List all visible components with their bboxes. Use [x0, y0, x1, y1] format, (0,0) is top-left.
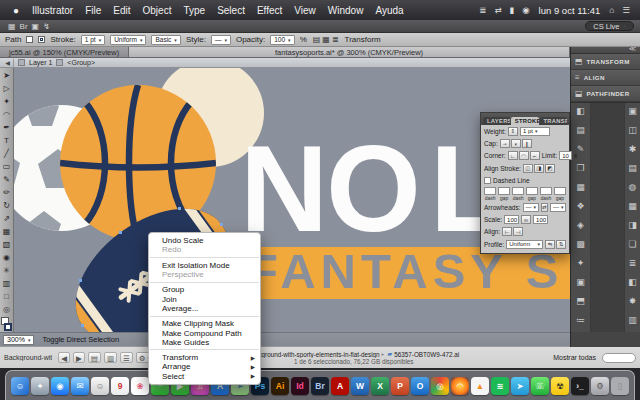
dock-item[interactable]: ✦ [31, 377, 49, 395]
dock-item[interactable]: O [411, 377, 429, 395]
context-menu-item[interactable]: Make Compound Path [149, 328, 260, 337]
appbar-icon[interactable]: ↯ [41, 22, 52, 31]
panel-dock-icon[interactable]: ⬒ [576, 295, 585, 308]
dock-item[interactable]: A [331, 377, 349, 395]
dash-field[interactable] [540, 187, 552, 195]
context-menu-item[interactable]: Make Clipping Mask [149, 319, 260, 328]
tool-button[interactable]: ▥ [0, 277, 13, 290]
menu-item[interactable]: Select [211, 5, 251, 16]
tool-button[interactable]: ◎ [0, 303, 13, 316]
panel-icon-row[interactable]: ⬒ TRANSFORM [571, 54, 640, 70]
flip-profile-button[interactable]: ⇅ [556, 240, 566, 249]
tool-button[interactable]: ╱ [0, 147, 13, 160]
panel-dock-icon[interactable]: ❏ [628, 238, 636, 251]
status-icon[interactable]: ◉ [518, 5, 533, 15]
panel-icon-row[interactable]: ≡ ALIGN [571, 70, 640, 86]
appbar-icon[interactable]: ▦ [6, 22, 18, 31]
menu-item[interactable]: Illustrator [26, 5, 79, 16]
miter-limit-field[interactable]: 10 [559, 151, 572, 160]
menubar-clock[interactable]: lun 9 oct 11:41 [534, 5, 606, 16]
align-stroke-button[interactable]: ◩ [545, 164, 555, 173]
panel-dock-icon[interactable]: ▤ [576, 124, 585, 137]
document-tab-active[interactable]: fantasysoports.ai* @ 300% (CMYK/Preview) [129, 47, 570, 57]
cap-button[interactable]: ❙ [522, 139, 532, 148]
context-menu-item[interactable]: Select ▶ [149, 372, 260, 381]
tool-button[interactable]: ▧ [0, 238, 13, 251]
panel-dock-icon[interactable]: ❖ [576, 200, 584, 213]
context-menu-item[interactable]: Undo Scale [149, 236, 260, 245]
zoom-level-dropdown[interactable]: 300% ▾ [3, 335, 34, 345]
breadcrumb-item[interactable]: ▰ 56357-OBT0W9-472.ai [387, 350, 461, 358]
isolation-layer-label[interactable]: Layer 1 [29, 59, 52, 66]
menubar-extra-icon[interactable]: ☰ [618, 5, 634, 15]
context-menu-item[interactable]: Perspective [149, 270, 260, 279]
show-all-button[interactable]: Mostrar todas [553, 354, 596, 361]
dash-field[interactable] [484, 187, 496, 195]
menu-item[interactable]: Edit [107, 5, 136, 16]
panel-dock-icon[interactable]: ✸ [629, 295, 637, 308]
apple-menu-icon[interactable]: ● [6, 5, 26, 16]
dock-item[interactable]: W [351, 377, 369, 395]
panel-dock-icon[interactable]: ▣ [628, 105, 637, 118]
context-menu-item[interactable] [150, 349, 259, 350]
dock-item[interactable]: Br [311, 377, 329, 395]
arrow-align-button[interactable]: ⊢ [502, 227, 512, 236]
dock-item[interactable]: ☏ [531, 377, 549, 395]
controlbar-icon-button[interactable]: ▤ [312, 35, 322, 44]
dock-item[interactable]: Ai [271, 377, 289, 395]
opacity-field[interactable]: 100 ▾ [270, 35, 294, 45]
panel-dock-icon[interactable]: ✎ [577, 143, 585, 156]
swap-arrowheads-button[interactable]: ⇄ [541, 203, 549, 212]
panel-tab[interactable]: LAYERS [483, 117, 510, 125]
arrowhead-end-dropdown[interactable]: —▾ [550, 203, 566, 212]
appbar-icon[interactable]: Br [18, 22, 30, 31]
finder-search-field[interactable] [602, 353, 636, 363]
controlbar-icon-button[interactable]: ≣ [331, 35, 340, 44]
menu-item[interactable]: Ayuda [369, 5, 409, 16]
cap-button[interactable]: ◖ [511, 139, 521, 148]
align-stroke-button[interactable]: ◨ [534, 164, 544, 173]
menu-item[interactable]: File [79, 5, 107, 16]
width-profile-dropdown[interactable]: Uniform ▾ [110, 35, 146, 45]
cap-button[interactable]: ╼ [500, 139, 510, 148]
panel-tab[interactable]: TRANSP [540, 117, 567, 125]
breadcrumb-item[interactable]: ▰ Background-with-sporty-elements-in-fla… [241, 350, 385, 358]
gap-field[interactable] [498, 187, 510, 195]
appbar-icon[interactable]: ▣ [30, 22, 42, 31]
panel-dock-icon[interactable]: ◫ [628, 124, 637, 137]
menu-item[interactable]: View [288, 5, 322, 16]
link-scales-button[interactable]: ∞ [521, 215, 531, 224]
weight-field[interactable]: 1 pt ▾ [520, 127, 550, 136]
dashed-line-checkbox[interactable] [484, 177, 491, 184]
tool-button[interactable]: T [0, 134, 13, 147]
arrowhead-start-dropdown[interactable]: —▾ [523, 203, 539, 212]
tool-button[interactable]: ◉ [0, 251, 13, 264]
status-icon[interactable]: ⇄ [490, 5, 505, 15]
panel-tab[interactable]: STROKE [511, 117, 539, 125]
panel-dock-icon[interactable]: ▦ [628, 200, 637, 213]
finder-toolbar-button[interactable]: ◀ [58, 352, 70, 363]
panel-dock-icon[interactable]: ❐ [576, 162, 584, 175]
align-stroke-button[interactable]: ◫ [523, 164, 533, 173]
dock-item[interactable]: ✉ [71, 377, 89, 395]
status-icon[interactable]: ≣ [475, 5, 490, 15]
dock-item[interactable]: ◉ [51, 377, 69, 395]
context-menu-item[interactable]: Join [149, 294, 260, 303]
context-menu-item[interactable]: Redo [149, 245, 260, 254]
panel-dock-icon[interactable]: ≣ [629, 257, 637, 270]
dock-item[interactable]: ◎ [431, 377, 449, 395]
tool-button[interactable]: ▭ [0, 160, 13, 173]
menu-item[interactable]: Type [177, 5, 211, 16]
corner-button[interactable]: ∟ [508, 151, 518, 160]
dock-item[interactable]: ▯ [611, 377, 629, 395]
panel-dock-icon[interactable]: ◧ [576, 105, 585, 118]
tool-button[interactable]: ⇗ [0, 212, 13, 225]
dock-item[interactable]: Id [291, 377, 309, 395]
context-menu-item[interactable]: Transform ▶ [149, 353, 260, 362]
dock-item[interactable]: ⚙ [591, 377, 609, 395]
finder-toolbar-button[interactable]: ▶ [73, 352, 85, 363]
tool-button[interactable]: ➤ [0, 69, 13, 82]
panel-dock-icon[interactable]: ◧ [628, 276, 637, 289]
panel-dock-icon[interactable]: ◈ [577, 219, 584, 232]
panel-dock-icon[interactable]: ▤ [628, 162, 637, 175]
